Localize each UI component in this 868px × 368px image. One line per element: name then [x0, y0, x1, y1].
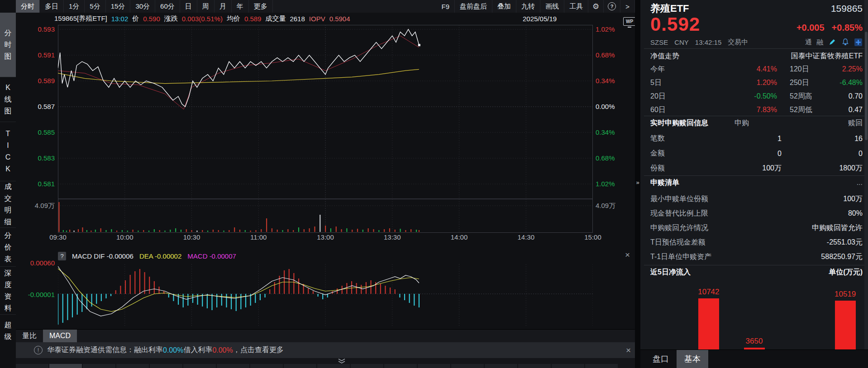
menu-item-pre-after-market[interactable]: 盘前盘后	[455, 0, 492, 13]
alert-bell-icon[interactable]	[841, 38, 849, 47]
panel-divider[interactable]: »	[635, 0, 640, 368]
nav-return-row: 今年4.41%120日2.25%	[650, 62, 863, 76]
sh-hk-connect-flag: 通	[805, 38, 812, 47]
sidebar-item-price-table[interactable]: 分价表	[0, 228, 16, 267]
divider	[644, 48, 864, 49]
nav-return-value: 1.20%	[718, 79, 777, 87]
list-more-link[interactable]: ...	[857, 179, 863, 187]
menu-item-tools[interactable]: 工具	[564, 0, 588, 13]
iopv-label: IOPV	[309, 15, 325, 23]
menu-item-5min[interactable]: 5分	[85, 0, 105, 13]
divider	[644, 265, 864, 265]
time-axis-label: 13:30	[379, 233, 406, 241]
toolbar-edge-cell	[451, 364, 484, 368]
chart-header: 159865[养殖ETF] 13:02 价 0.590 涨跌 0.003(0.5…	[16, 13, 635, 25]
edit-pencil-icon[interactable]	[828, 38, 836, 47]
sidebar-item-kline-chart[interactable]: K线图	[0, 77, 16, 122]
quote-price-row: 0.592 +0.005 +0.85%	[640, 14, 868, 34]
avg-label: 均价	[227, 14, 240, 23]
sidebar-item-tick[interactable]: TICK	[0, 122, 16, 181]
scrollbar-thumb[interactable]	[865, 32, 868, 140]
indicator-tab-macd[interactable]: MACD	[43, 330, 77, 342]
menu-item-month[interactable]: 月	[215, 0, 232, 13]
indicator-tab-volume-ratio[interactable]: 量比	[16, 330, 43, 342]
settings-gear-icon[interactable]: ⚙	[588, 0, 604, 13]
rt-subscribe-value: 0	[727, 150, 782, 158]
rt-redeem-value: 16	[782, 135, 863, 143]
toolbar-edge-cell	[150, 364, 182, 368]
intraday-price-chart[interactable]	[58, 25, 593, 233]
divider	[644, 116, 864, 116]
rt-col-redeem: 赎回	[848, 118, 863, 128]
menu-item-30min[interactable]: 30分	[130, 0, 155, 13]
menu-item-overlay[interactable]: 叠加	[492, 0, 516, 13]
menu-item-f9[interactable]: F9	[436, 0, 455, 13]
panel-tab-order-book[interactable]: 盘口	[645, 350, 677, 368]
nav-returns-table: 今年4.41%120日2.25%5日1.20%250日-6.48%20日-0.5…	[640, 62, 868, 117]
quote-status-row: SZSE CNY 13:42:15 交易中 通 融	[640, 36, 868, 48]
nav-title-row: 净值走势 国泰中证畜牧养殖ETF	[640, 50, 868, 62]
rt-row-label: 金额	[650, 149, 727, 158]
macd-close-icon[interactable]: ×	[625, 250, 630, 259]
menu-item-more[interactable]: 更多	[249, 0, 273, 13]
panel-scrollbar[interactable]	[864, 0, 868, 349]
list-row-value: -2551.03元	[827, 238, 863, 247]
list-row-value: 申购赎回皆允许	[812, 223, 863, 233]
nav-period-label: 52周高	[790, 92, 839, 101]
change-pct: +0.85%	[832, 21, 863, 34]
rt-row: 份额100万1800万	[650, 161, 863, 176]
price-value: 0.590	[143, 15, 160, 23]
nav-period-label: 250日	[790, 78, 839, 88]
menu-item-1min[interactable]: 1分	[64, 0, 85, 13]
time-axis-label: 14:00	[446, 233, 473, 241]
sidebar-item-timeshare-chart[interactable]: 分时图	[0, 13, 16, 77]
wp-monitor-icon[interactable]: WP	[623, 17, 636, 26]
notice-close-icon[interactable]: ×	[626, 345, 631, 355]
net-inflow-bar	[698, 298, 719, 349]
percent-axis-label: 1.02%	[596, 25, 634, 33]
net-inflow-value: 3650	[734, 337, 775, 346]
margin-notice-bar[interactable]: ! 华泰证券融资通供需信息：融出利率 0.00% 借入利率 0.00% ，点击查…	[16, 342, 635, 358]
quote-flag-icons: 通 融	[805, 38, 863, 47]
nav-period-label: 120日	[790, 65, 839, 74]
nav-return-value: -6.48%	[839, 79, 863, 87]
menu-spacer	[273, 0, 437, 13]
menu-item-day[interactable]: 日	[180, 0, 197, 13]
menu-item-nine-turn[interactable]: 九转	[516, 0, 540, 13]
panel-tab-fundamental[interactable]: 基本	[677, 350, 708, 368]
menu-item-draw-line[interactable]: 画线	[540, 0, 564, 13]
fund-name: 国泰中证畜牧养殖ETF	[791, 52, 863, 61]
net-inflow-bar-chart: 10742365010519	[640, 278, 868, 349]
menu-expand-chevron-icon[interactable]: >	[620, 0, 635, 13]
price-axis-label: 0.589	[16, 77, 55, 85]
list-row-label: 现金替代比例上限	[650, 209, 708, 218]
help-icon[interactable]: ?	[604, 0, 620, 13]
flow-title-row: 近5日净流入 单位(万元)	[640, 266, 868, 278]
macd-help-icon[interactable]: ?	[58, 252, 66, 260]
sidebar-item-depth-info[interactable]: 深度资料	[0, 267, 16, 315]
notice-more-link[interactable]: ，点击查看更多	[233, 345, 284, 355]
divider-grip-icon[interactable]: »	[635, 179, 640, 186]
toolbar-edge-cell	[317, 364, 350, 368]
toolbar-edge-cell	[183, 364, 216, 368]
menu-item-60min[interactable]: 60分	[155, 0, 180, 13]
add-plus-icon[interactable]	[854, 38, 863, 47]
menu-item-minute[interactable]: 分时	[16, 0, 40, 13]
menu-item-year[interactable]: 年	[232, 0, 249, 13]
help-circle: ?	[608, 2, 616, 10]
change-abs: +0.005	[796, 21, 825, 34]
sidebar-item-super[interactable]: 超级	[0, 315, 16, 368]
notice-text-mid: 借入利率	[183, 345, 212, 355]
menu-item-multiday[interactable]: 多日	[40, 0, 64, 13]
list-row-label: 最小申赎单位份额	[650, 194, 708, 204]
macd-chart[interactable]	[58, 264, 593, 326]
sidebar-item-trade-detail[interactable]: 成交明细	[0, 181, 16, 228]
menu-item-week[interactable]: 周	[197, 0, 215, 13]
last-price: 0.592	[650, 14, 700, 34]
time-axis-label: 15:00	[579, 233, 606, 241]
macd-value: MACD -0.00007	[187, 252, 236, 260]
nav-period-label: 20日	[650, 92, 718, 101]
menu-item-15min[interactable]: 15分	[106, 0, 131, 13]
collapse-chevron-icon[interactable]	[337, 359, 346, 364]
top-menubar: 分时多日1分5分15分30分60分日周月年更多F9盘前盘后叠加九转画线工具⚙?>	[16, 0, 635, 13]
